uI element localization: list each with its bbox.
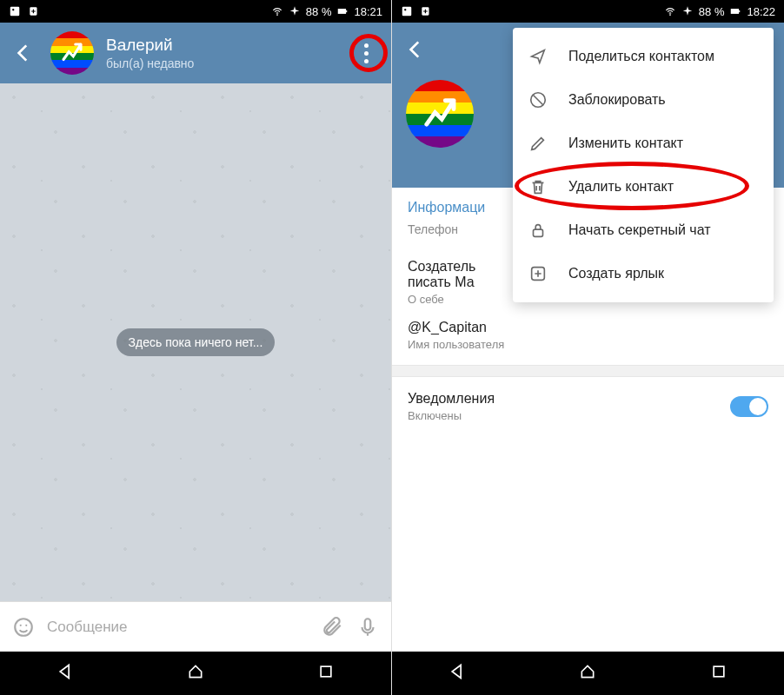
chat-body: Здесь пока ничего нет... [0,83,391,601]
nav-back[interactable] [448,663,466,684]
menu-create-shortcut[interactable]: Создать ярлык [513,252,774,295]
svg-rect-10 [321,666,331,677]
wifi-icon [271,5,283,17]
clock: 18:21 [354,5,382,18]
nav-recent[interactable] [710,663,728,684]
back-button[interactable] [12,42,35,64]
svg-point-6 [15,619,32,636]
svg-rect-16 [740,10,741,12]
battery-icon [729,5,741,17]
svg-point-8 [25,624,27,626]
svg-point-1 [12,9,14,10]
svg-rect-5 [347,10,348,12]
airplane-icon [681,5,694,17]
message-input[interactable] [47,619,309,636]
block-icon [528,90,548,109]
svg-rect-19 [534,229,543,236]
phone-screen-profile: 88 % 18:22 Информаци Телефон Создатель п… [392,0,784,695]
menu-secret-chat[interactable]: Начать секретный чат [513,208,774,252]
battery-percent: 88 % [306,5,332,18]
wifi-icon [664,5,676,17]
airplane-icon [289,5,301,17]
nav-recent[interactable] [317,663,335,684]
menu-edit-contact[interactable]: Изменить контакт [513,122,774,165]
avatar[interactable] [50,31,94,75]
lock-icon [528,221,548,240]
battery-plus-icon [420,5,432,17]
battery-plus-icon [28,5,40,17]
menu-label: Изменить контакт [568,136,683,151]
svg-rect-0 [10,7,20,17]
empty-chat-message: Здесь пока ничего нет... [116,328,276,356]
menu-share-contact[interactable]: Поделиться контактом [513,35,774,78]
status-bar: 88 % 18:22 [392,0,784,23]
username-row[interactable]: @K_Capitan Имя пользователя [392,309,784,365]
trend-arrow-icon [420,94,461,135]
clock: 18:22 [747,5,775,18]
android-navbar [392,652,784,695]
share-icon [528,47,548,66]
menu-label: Заблокировать [568,92,666,108]
battery-percent: 88 % [699,5,725,18]
status-bar: 88 % 18:21 [0,0,391,23]
menu-label: Создать ярлык [568,266,664,281]
plus-square-icon [528,264,548,283]
menu-label: Удалить контакт [568,179,674,195]
svg-rect-15 [731,9,739,14]
contact-name: Валерий [106,36,353,55]
nav-home[interactable] [579,663,596,684]
svg-rect-17 [714,666,724,677]
attach-button[interactable] [322,616,344,639]
contact-status: был(а) недавно [106,56,353,70]
nav-back[interactable] [56,663,74,684]
svg-point-7 [20,624,22,626]
avatar[interactable] [406,80,474,148]
phone-screen-chat: 88 % 18:21 Валерий был(а) недавно Здесь … [0,0,392,695]
menu-label: Поделиться контактом [568,49,714,64]
voice-button[interactable] [356,616,379,639]
back-button[interactable] [404,38,427,61]
image-icon [401,5,413,17]
notif-status: Включены [408,409,730,422]
android-navbar [0,652,391,695]
username-label: Имя пользователя [408,338,768,351]
svg-rect-4 [338,9,346,14]
menu-label: Начать секретный чат [568,222,711,238]
more-menu-button[interactable] [353,40,379,66]
notif-title: Уведомления [408,391,730,407]
message-composer [0,601,391,652]
notifications-row[interactable]: Уведомления Включены [392,377,784,436]
nav-home[interactable] [187,663,204,684]
battery-icon [336,5,349,17]
svg-rect-9 [365,619,371,630]
trash-icon [528,177,548,196]
edit-icon [528,134,548,153]
svg-point-3 [276,14,278,16]
divider [392,365,784,377]
username-value: @K_Capitan [408,320,768,335]
menu-delete-contact[interactable]: Удалить контакт [513,165,774,208]
menu-block[interactable]: Заблокировать [513,78,774,122]
svg-rect-11 [402,7,412,17]
image-icon [9,5,21,17]
chat-header: Валерий был(а) недавно [0,23,391,83]
trend-arrow-icon [59,40,85,66]
notifications-toggle[interactable] [730,396,768,417]
svg-point-12 [404,9,406,10]
emoji-button[interactable] [12,616,35,639]
svg-point-14 [669,14,671,16]
context-menu: Поделиться контактом Заблокировать Измен… [513,28,774,302]
